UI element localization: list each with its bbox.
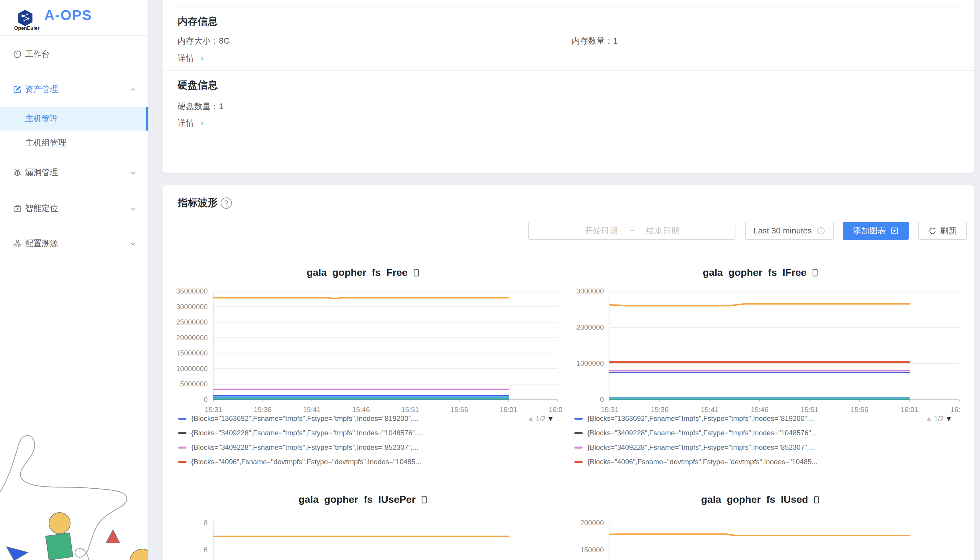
svg-text:5000000: 5000000	[180, 380, 208, 388]
svg-text:15:46: 15:46	[352, 405, 370, 413]
edit-icon	[13, 85, 22, 94]
svg-text:15:51: 15:51	[401, 405, 419, 413]
disk-section-title: 硬盘信息	[177, 78, 218, 92]
plus-square-icon	[890, 227, 899, 235]
sidebar-item-vulnerability[interactable]: 漏洞管理	[0, 162, 148, 182]
sidebar-item-label: 智能定位	[25, 198, 58, 218]
sidebar-item-config-tracing[interactable]: 配置溯源	[0, 233, 148, 253]
detail-label: 详情	[177, 53, 194, 62]
time-range-select[interactable]: Last 30 minutes	[745, 222, 834, 240]
legend-color-dash	[178, 432, 186, 434]
page: OpenEuler A-OPS 工作台 资产管理 主机管理	[0, 0, 980, 560]
legend-item[interactable]: {Blocks="4096",Fsname="devtmpfs",Fstype=…	[574, 457, 818, 466]
field-label: 内存数量：	[572, 36, 613, 45]
memory-size-field: 内存大小：8G	[177, 35, 230, 47]
chart-legend: {Blocks="1363692",Fsname="tmpfs",Fstype=…	[178, 414, 559, 473]
legend-item-text: {Blocks="1363692",Fsname="tmpfs",Fstype=…	[587, 414, 815, 423]
svg-text:0: 0	[204, 395, 208, 403]
field-value: 1	[613, 36, 618, 45]
chart-fs-iused: gala_gopher_fs_IUsed20000015000015:3115:…	[562, 494, 960, 560]
sidebar-item-label: 资产管理	[25, 79, 58, 99]
memory-detail-link[interactable]: 详情›	[177, 52, 203, 64]
legend-item[interactable]: {Blocks="3409228",Fsname="tmpfs",Fstype=…	[178, 428, 423, 437]
field-label: 硬盘数量：	[177, 102, 219, 111]
sidebar: OpenEuler A-OPS 工作台 资产管理 主机管理	[0, 0, 148, 560]
add-chart-button[interactable]: 添加图表	[843, 222, 909, 240]
legend-item-text: {Blocks="4096",Fsname="devtmpfs",Fstype=…	[191, 458, 421, 466]
legend-color-dash	[178, 447, 186, 448]
range-separator: ~	[630, 226, 634, 235]
openeuler-logo-icon	[16, 9, 34, 27]
dashboard-icon	[13, 50, 22, 58]
legend-item-text: {Blocks="3409228",Fsname="tmpfs",Fstype=…	[191, 443, 419, 452]
legend-item-text: {Blocks="4096",Fsname="devtmpfs",Fstype=…	[587, 458, 818, 466]
legend-item-text: {Blocks="3409228",Fsname="tmpfs",Fstype=…	[587, 443, 815, 452]
host-info-card: 内存信息 内存大小：8G 内存数量：1 详情› 硬盘信息 硬盘数量：1 详情›	[162, 0, 974, 173]
legend-item[interactable]: {Blocks="1363692",Fsname="tmpfs",Fstype=…	[178, 414, 419, 423]
chart-fs-ifree: gala_gopher_fs_IFree01000000200000030000…	[562, 267, 960, 473]
legend-color-dash	[574, 447, 583, 448]
start-date-placeholder: 开始日期	[585, 225, 618, 237]
legend-color-dash	[574, 432, 583, 434]
legend-item-text: {Blocks="3409228",Fsname="tmpfs",Fstype=…	[191, 429, 423, 437]
clock-icon	[816, 227, 825, 235]
app-title: A-OPS	[44, 7, 92, 23]
add-chart-label: 添加图表	[853, 225, 886, 237]
chevron-down-icon	[130, 205, 136, 212]
sidebar-item-label: 漏洞管理	[25, 162, 58, 182]
chart-fs-free: gala_gopher_fs_Free050000001000000015000…	[165, 267, 562, 473]
date-range-input[interactable]: 开始日期 ~ 结束日期	[528, 222, 736, 240]
chevron-right-icon: ›	[201, 53, 203, 64]
svg-text:15:36: 15:36	[254, 405, 272, 413]
legend-item[interactable]: {Blocks="3409228",Fsname="tmpfs",Fstype=…	[574, 428, 819, 437]
svg-text:15:56: 15:56	[450, 405, 468, 413]
legend-page-down-icon[interactable]: ▼	[547, 414, 554, 423]
chart-plot: 20000015000015:3115:3615:4115:4615:5115:…	[562, 494, 960, 560]
svg-text:15:56: 15:56	[851, 405, 868, 413]
svg-text:15:41: 15:41	[303, 405, 321, 413]
sidebar-item-host-group-management[interactable]: 主机组管理	[0, 133, 148, 153]
svg-text:0: 0	[600, 395, 604, 403]
legend-page-down-icon[interactable]: ▼	[945, 414, 953, 423]
card-divider	[162, 70, 974, 71]
legend-item[interactable]: {Blocks="4096",Fsname="devtmpfs",Fstype=…	[178, 457, 421, 466]
legend-pager: ▲1/2▼	[527, 414, 554, 423]
legend-color-dash	[178, 461, 186, 463]
svg-text:35000000: 35000000	[176, 287, 208, 295]
section-divider	[174, 6, 963, 7]
legend-page-up-icon[interactable]: ▲	[925, 414, 933, 423]
legend-item-text: {Blocks="1363692",Fsname="tmpfs",Fstype=…	[191, 414, 419, 423]
svg-text:6: 6	[204, 546, 208, 554]
sidebar-item-label: 配置溯源	[25, 233, 58, 253]
legend-color-dash	[574, 461, 583, 463]
legend-item[interactable]: {Blocks="3409228",Fsname="tmpfs",Fstype=…	[574, 443, 815, 452]
sidebar-item-intelligent-location[interactable]: 智能定位	[0, 198, 148, 218]
refresh-button[interactable]: 刷新	[918, 222, 967, 240]
svg-text:15:31: 15:31	[601, 405, 619, 413]
svg-text:1000000: 1000000	[577, 359, 604, 367]
disk-detail-link[interactable]: 详情›	[177, 117, 203, 128]
svg-text:20000000: 20000000	[176, 333, 208, 342]
legend-pager: ▲1/2▼	[925, 414, 953, 423]
legend-page-up-icon[interactable]: ▲	[527, 414, 535, 423]
aid-kit-icon	[13, 204, 22, 213]
svg-text:16:01: 16:01	[901, 405, 918, 413]
svg-text:15:41: 15:41	[701, 405, 719, 413]
legend-page-indicator: 1/2	[934, 415, 944, 423]
detail-label: 详情	[177, 118, 194, 127]
sidebar-item-assets[interactable]: 资产管理	[0, 79, 148, 99]
sidebar-item-label: 主机管理	[25, 107, 58, 130]
help-icon[interactable]: ?	[221, 197, 232, 209]
field-value: 8G	[219, 36, 230, 45]
svg-text:15:36: 15:36	[651, 405, 669, 413]
legend-item[interactable]: {Blocks="3409228",Fsname="tmpfs",Fstype=…	[178, 443, 419, 452]
sidebar-item-host-management[interactable]: 主机管理	[0, 107, 148, 130]
chart-legend: {Blocks="1363692",Fsname="tmpfs",Fstype=…	[574, 414, 957, 473]
svg-text:15000000: 15000000	[176, 349, 208, 357]
sidebar-item-workbench[interactable]: 工作台	[0, 44, 148, 64]
svg-text:3000000: 3000000	[577, 287, 604, 295]
legend-item[interactable]: {Blocks="1363692",Fsname="tmpfs",Fstype=…	[574, 414, 815, 423]
field-value: 1	[219, 102, 224, 111]
end-date-placeholder: 结束日期	[646, 225, 679, 237]
disk-count-field: 硬盘数量：1	[177, 101, 224, 112]
